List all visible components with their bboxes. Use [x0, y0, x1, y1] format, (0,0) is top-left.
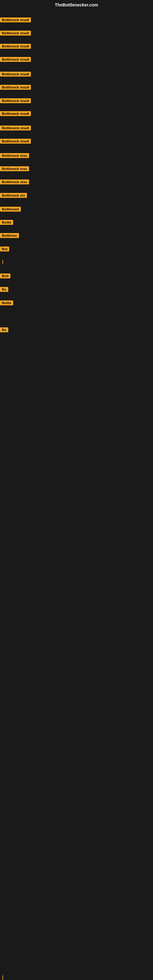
bottleneck-badge-8: Bottleneck result [0, 111, 31, 116]
bottleneck-badge-3: Bottleneck result [0, 44, 31, 49]
bottleneck-badge-9: Bottleneck result [0, 126, 31, 130]
bottleneck-badge-4: Bottleneck result [0, 57, 31, 62]
bottleneck-badge-20: Bo [0, 287, 8, 292]
bottleneck-badge-2: Bottleneck result [0, 30, 31, 35]
bottleneck-badge-15: Bottleneck [0, 207, 21, 212]
bottleneck-badge-5: Bottleneck result [0, 72, 31, 76]
cursor-line-2 [2, 975, 3, 980]
bottleneck-badge-1: Bottleneck result [0, 18, 31, 22]
bottleneck-badge-22: Bo [0, 328, 8, 332]
site-title: TheBottlenecker.com [55, 2, 98, 7]
cursor-line-1 [2, 260, 3, 264]
bottleneck-badge-19: Bott [0, 274, 10, 278]
bottleneck-badge-10: Bottleneck result [0, 139, 31, 144]
bottleneck-badge-12: Bottleneck resu [0, 166, 29, 171]
bottleneck-badge-11: Bottleneck resu [0, 153, 29, 158]
bottleneck-badge-18: Bot [0, 247, 9, 251]
bottleneck-badge-14: Bottleneck res [0, 193, 27, 198]
bottleneck-badge-17: Bottlenec [0, 233, 19, 238]
bottleneck-badge-6: Bottleneck result [0, 85, 31, 90]
bottleneck-badge-13: Bottleneck resu [0, 180, 29, 185]
bottleneck-badge-7: Bottleneck result [0, 98, 31, 103]
bottleneck-badge-21: Bottle [0, 301, 13, 305]
bottleneck-badge-16: Bottle [0, 220, 13, 225]
